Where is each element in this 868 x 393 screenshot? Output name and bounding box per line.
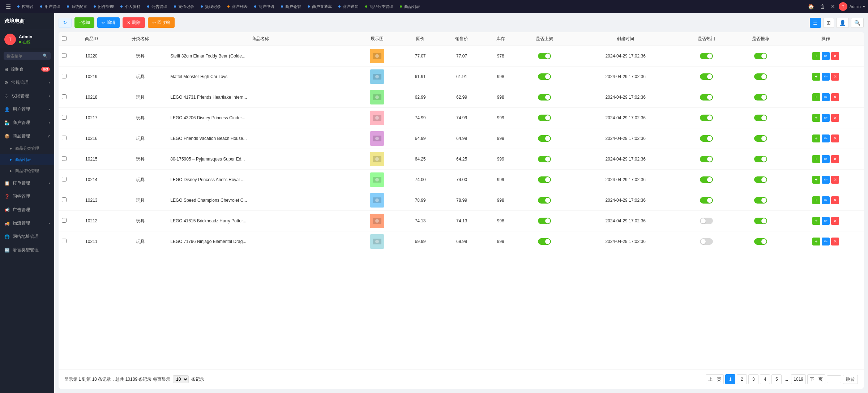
sidebar-item-order-mgmt[interactable]: 📋 订单管理 ›	[0, 176, 54, 190]
row-checkbox[interactable]	[62, 53, 67, 58]
edit-button[interactable]: ✏ 编辑	[97, 17, 120, 28]
hot-toggle[interactable]	[700, 218, 713, 224]
sidebar-item-permission[interactable]: 🛡 权限管理 ›	[0, 89, 54, 103]
hot-toggle[interactable]	[700, 73, 713, 80]
nav-item-product-category[interactable]: 商品分类管理	[362, 0, 396, 13]
action-add-button[interactable]: +	[812, 217, 820, 225]
sidebar-item-merchant-mgmt[interactable]: 🏪 商户管理 ›	[0, 116, 54, 129]
recommend-toggle[interactable]	[754, 53, 767, 59]
row-checkbox[interactable]	[62, 239, 67, 243]
nav-item-product-list[interactable]: 商品列表	[397, 0, 423, 13]
sidebar-item-logistics[interactable]: 🚚 物流管理 ›	[0, 217, 54, 230]
hamburger-icon[interactable]: ☰	[3, 3, 14, 10]
hot-toggle[interactable]	[700, 156, 713, 162]
recommend-toggle[interactable]	[754, 176, 767, 183]
nav-item-merchant-list[interactable]: 商户列表	[225, 0, 251, 13]
admin-dropdown-icon[interactable]: ▾	[863, 4, 865, 9]
recommend-toggle[interactable]	[754, 218, 767, 224]
page-jump-input[interactable]	[827, 375, 841, 383]
page-button-5[interactable]: 5	[771, 374, 782, 384]
nav-item-dashboard[interactable]: 控制台	[14, 0, 37, 13]
action-edit-button[interactable]: ✏	[822, 217, 830, 225]
row-checkbox[interactable]	[62, 115, 67, 120]
page-button-last[interactable]: 1019	[791, 374, 806, 384]
search-button[interactable]: 🔍	[851, 18, 864, 28]
action-add-button[interactable]: +	[812, 93, 820, 101]
on-shelf-toggle[interactable]	[538, 218, 551, 224]
action-edit-button[interactable]: ✏	[822, 114, 830, 122]
on-shelf-toggle[interactable]	[538, 156, 551, 162]
recommend-toggle[interactable]	[754, 135, 767, 142]
on-shelf-toggle[interactable]	[538, 135, 551, 142]
sidebar-item-network[interactable]: 🌐 网络地址管理	[0, 230, 54, 243]
home-icon[interactable]: 🏠	[806, 4, 816, 9]
action-delete-button[interactable]: ✕	[831, 217, 839, 225]
clear-cache-icon[interactable]: 🗑	[818, 4, 827, 9]
action-add-button[interactable]: +	[812, 196, 820, 204]
nav-item-recharge[interactable]: 充值记录	[171, 0, 197, 13]
hot-toggle[interactable]	[700, 115, 713, 121]
hot-toggle[interactable]	[700, 135, 713, 142]
action-edit-button[interactable]: ✏	[822, 134, 830, 142]
on-shelf-toggle[interactable]	[538, 53, 551, 59]
nav-item-merchant-apply[interactable]: 商户申请	[251, 0, 277, 13]
action-delete-button[interactable]: ✕	[831, 176, 839, 184]
grid-view-button[interactable]: ⊞	[823, 18, 834, 28]
action-add-button[interactable]: +	[812, 238, 820, 245]
action-edit-button[interactable]: ✏	[822, 73, 830, 81]
nav-item-attachment[interactable]: 附件管理	[91, 0, 117, 13]
action-edit-button[interactable]: ✏	[822, 196, 830, 204]
close-icon[interactable]: ✕	[829, 4, 837, 9]
recommend-toggle[interactable]	[754, 94, 767, 101]
sidebar-item-goods-mgmt[interactable]: 📦 商品管理 ∨	[0, 129, 54, 143]
on-shelf-toggle[interactable]	[538, 94, 551, 101]
prev-page-button[interactable]: 上一页	[706, 374, 724, 384]
action-delete-button[interactable]: ✕	[831, 196, 839, 204]
page-button-3[interactable]: 3	[748, 374, 758, 384]
sidebar-item-dashboard[interactable]: ⊞ 控制台 hot	[0, 63, 54, 76]
nav-item-merchant-warehouse[interactable]: 商户仓管	[278, 0, 304, 13]
row-checkbox[interactable]	[62, 218, 67, 223]
sidebar-item-normal-mgmt[interactable]: ⚙ 常规管理 ›	[0, 76, 54, 89]
row-checkbox[interactable]	[62, 136, 67, 140]
on-shelf-toggle[interactable]	[538, 115, 551, 121]
action-add-button[interactable]: +	[812, 52, 820, 60]
nav-item-withdraw[interactable]: 提现记录	[198, 0, 224, 13]
nav-item-announcement[interactable]: 公告管理	[144, 0, 170, 13]
select-all-checkbox[interactable]	[62, 36, 67, 41]
action-add-button[interactable]: +	[812, 134, 820, 142]
row-checkbox[interactable]	[62, 177, 67, 181]
hot-toggle[interactable]	[700, 94, 713, 101]
nav-item-merchant-direct[interactable]: 商户直通车	[305, 0, 335, 13]
sidebar-item-user-mgmt[interactable]: 👤 用户管理 ›	[0, 103, 54, 116]
sidebar-item-ad-mgmt[interactable]: 📢 广告管理	[0, 203, 54, 217]
action-delete-button[interactable]: ✕	[831, 155, 839, 163]
row-checkbox[interactable]	[62, 197, 67, 202]
recommend-toggle[interactable]	[754, 73, 767, 80]
row-checkbox[interactable]	[62, 156, 67, 161]
nav-item-profile[interactable]: 个人资料	[117, 0, 144, 13]
recommend-toggle[interactable]	[754, 238, 767, 245]
hot-toggle[interactable]	[700, 53, 713, 59]
action-delete-button[interactable]: ✕	[831, 93, 839, 101]
sidebar-search[interactable]: 🔍	[4, 52, 51, 60]
restore-button[interactable]: ↩ 回收站	[148, 17, 175, 28]
on-shelf-toggle[interactable]	[538, 197, 551, 204]
action-delete-button[interactable]: ✕	[831, 52, 839, 60]
recommend-toggle[interactable]	[754, 115, 767, 121]
row-checkbox[interactable]	[62, 94, 67, 99]
sidebar-item-product-category[interactable]: ▸ 商品分类管理	[0, 143, 54, 154]
action-add-button[interactable]: +	[812, 73, 820, 81]
nav-item-sys-config[interactable]: 系统配置	[64, 0, 90, 13]
action-add-button[interactable]: +	[812, 176, 820, 184]
action-add-button[interactable]: +	[812, 114, 820, 122]
search-input[interactable]	[7, 54, 43, 58]
nav-item-merchant-notify[interactable]: 商户通知	[335, 0, 362, 13]
page-button-4[interactable]: 4	[760, 374, 770, 384]
action-delete-button[interactable]: ✕	[831, 114, 839, 122]
action-edit-button[interactable]: ✏	[822, 238, 830, 245]
add-button[interactable]: +添加	[74, 17, 94, 28]
refresh-button[interactable]: ↻	[59, 18, 72, 28]
nav-item-user-mgmt[interactable]: 用户管理	[37, 0, 63, 13]
row-checkbox[interactable]	[62, 74, 67, 78]
